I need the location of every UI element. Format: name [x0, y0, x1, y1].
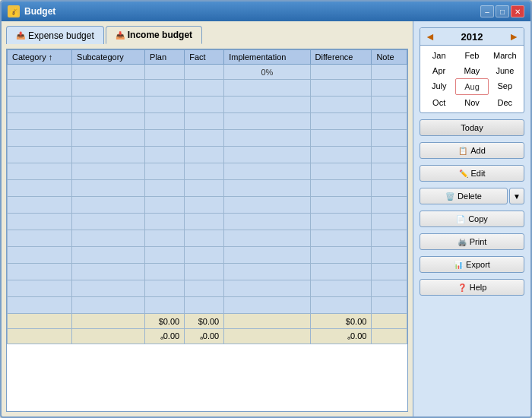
print-button[interactable]: 🖨️ Print	[420, 233, 524, 250]
table-row	[8, 180, 407, 197]
expense-tab-icon: 📤	[16, 31, 25, 40]
footer-impl-dollars	[224, 314, 310, 329]
close-button[interactable]: ✕	[511, 5, 524, 17]
help-button[interactable]: ❓ Help	[420, 279, 524, 296]
calendar-month-apr[interactable]: Apr	[423, 63, 455, 78]
add-icon: 📋	[458, 146, 467, 155]
copy-label: Copy	[468, 214, 488, 223]
budget-table: Category ↑ Subcategory Plan Fact Impleme…	[7, 49, 407, 344]
cell-note	[372, 65, 407, 80]
title-bar: 💰 Budget – □ ✕	[2, 2, 530, 21]
calendar-month-march[interactable]: March	[489, 48, 521, 63]
window-title: Budget	[24, 6, 55, 17]
table-row	[8, 113, 407, 130]
calendar-month-jan[interactable]: Jan	[423, 48, 455, 63]
export-button[interactable]: 📊 Export	[420, 256, 524, 273]
table-row	[8, 214, 407, 230]
table-row	[8, 264, 407, 280]
print-label: Print	[470, 237, 487, 246]
footer-subcategory	[72, 314, 145, 329]
footer-row-alt: ₐ0.00 ₐ0.00 ₐ0.00	[8, 329, 407, 344]
delete-dropdown-button[interactable]: ▼	[509, 188, 524, 204]
main-window: 💰 Budget – □ ✕ 📤 Expense budget 📥 Income…	[0, 0, 532, 418]
calendar-month-july[interactable]: July	[423, 78, 455, 95]
add-button[interactable]: 📋 Add	[420, 142, 524, 159]
calendar-month-may[interactable]: May	[455, 63, 488, 78]
cell-difference	[310, 65, 372, 80]
footer-impl-alt	[224, 329, 310, 344]
col-fact: Fact	[185, 50, 224, 65]
table-row	[8, 247, 407, 264]
footer-plan-dollars: $0.00	[145, 314, 185, 329]
main-area: 📤 Expense budget 📥 Income budget Categor…	[2, 21, 413, 416]
table-row	[8, 197, 407, 214]
calendar-month-dec[interactable]: Dec	[489, 95, 521, 110]
title-bar-left: 💰 Budget	[8, 5, 55, 17]
help-icon: ❓	[458, 283, 467, 292]
footer-note-alt	[372, 329, 407, 344]
cell-fact	[185, 65, 224, 80]
calendar-month-nov[interactable]: Nov	[455, 95, 488, 110]
help-label: Help	[470, 283, 487, 292]
cell-category	[8, 65, 72, 80]
calendar: ◄ 2012 ► Jan Feb March Apr May June July…	[420, 27, 524, 113]
table-row: 0%	[8, 65, 407, 80]
calendar-month-feb[interactable]: Feb	[455, 48, 488, 63]
calendar-header: ◄ 2012 ►	[420, 28, 524, 46]
tab-income[interactable]: 📥 Income budget	[106, 26, 202, 44]
calendar-year: 2012	[461, 31, 483, 43]
calendar-prev-button[interactable]: ◄	[425, 30, 435, 43]
app-icon: 💰	[8, 5, 20, 17]
footer-note-dollars	[372, 314, 407, 329]
table-row	[8, 230, 407, 247]
footer-row-dollars: $0.00 $0.00 $0.00	[8, 314, 407, 329]
footer-category2	[8, 329, 72, 344]
table-row	[8, 130, 407, 147]
cell-plan	[145, 65, 185, 80]
table-row	[8, 80, 407, 97]
sidebar: ◄ 2012 ► Jan Feb March Apr May June July…	[413, 21, 530, 416]
footer-fact-alt: ₐ0.00	[185, 329, 224, 344]
table-row	[8, 147, 407, 163]
calendar-month-sep[interactable]: Sep	[489, 78, 521, 95]
today-button[interactable]: Today	[420, 119, 524, 136]
tab-bar: 📤 Expense budget 📥 Income budget	[6, 26, 408, 44]
edit-label: Edit	[471, 169, 486, 178]
cell-subcategory	[72, 65, 145, 80]
expense-tab-label: Expense budget	[28, 30, 94, 41]
content-area: 📤 Expense budget 📥 Income budget Categor…	[2, 21, 530, 416]
table-row	[8, 297, 407, 314]
footer-subcategory2	[72, 329, 145, 344]
delete-button[interactable]: 🗑️ Delete	[420, 188, 508, 204]
col-subcategory: Subcategory	[72, 50, 145, 65]
income-tab-label: Income budget	[128, 30, 192, 40]
add-label: Add	[470, 146, 486, 155]
calendar-month-june[interactable]: June	[489, 63, 521, 78]
print-icon: 🖨️	[458, 237, 467, 246]
edit-button[interactable]: ✏️ Edit	[420, 165, 524, 182]
delete-icon: 🗑️	[445, 192, 454, 201]
export-icon: 📊	[454, 260, 463, 269]
calendar-month-oct[interactable]: Oct	[423, 95, 455, 110]
table-row	[8, 97, 407, 113]
delete-label: Delete	[458, 192, 482, 201]
col-category: Category ↑	[8, 50, 72, 65]
export-label: Export	[466, 260, 490, 269]
col-note: Note	[372, 50, 407, 65]
delete-row: 🗑️ Delete ▼	[420, 188, 524, 204]
col-difference: Difference	[310, 50, 372, 65]
footer-fact-dollars: $0.00	[185, 314, 224, 329]
table-row	[8, 163, 407, 180]
col-plan: Plan	[145, 50, 185, 65]
calendar-month-aug[interactable]: Aug	[455, 78, 488, 95]
copy-icon: 📄	[456, 214, 465, 223]
table-header-row: Category ↑ Subcategory Plan Fact Impleme…	[8, 50, 407, 65]
copy-button[interactable]: 📄 Copy	[420, 211, 524, 227]
restore-button[interactable]: □	[496, 5, 509, 17]
title-buttons: – □ ✕	[480, 5, 524, 17]
calendar-months-grid: Jan Feb March Apr May June July Aug Sep …	[420, 46, 524, 112]
tab-expense[interactable]: 📤 Expense budget	[6, 26, 104, 44]
calendar-next-button[interactable]: ►	[508, 30, 519, 43]
minimize-button[interactable]: –	[480, 5, 494, 17]
footer-plan-alt: ₐ0.00	[145, 329, 185, 344]
